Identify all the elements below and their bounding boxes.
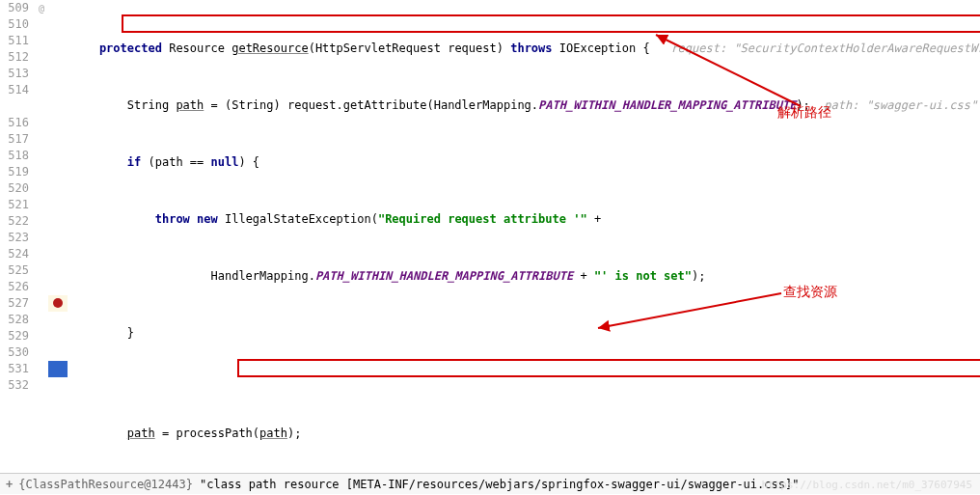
breakpoint-cell[interactable] [48, 279, 68, 295]
deco-cell [35, 49, 48, 66]
line-number: 520 [0, 180, 29, 197]
line-number: 526 [0, 279, 29, 295]
breakpoint-cell[interactable] [48, 131, 68, 148]
eval-value: "class path resource [META-INF/resources… [200, 474, 799, 495]
deco-cell [35, 361, 48, 377]
deco-cell [35, 312, 48, 328]
code-line[interactable]: protected Resource getResource(HttpServl… [68, 41, 980, 57]
breakpoint-cell[interactable] [48, 213, 68, 230]
breakpoint-cell[interactable] [48, 197, 68, 213]
deco-cell [35, 131, 48, 148]
code-line[interactable]: if (path == null) { [68, 154, 980, 171]
breakpoint-cell[interactable] [48, 66, 68, 82]
line-number: 525 [0, 262, 29, 279]
code-line[interactable]: String path = (String) request.getAttrib… [68, 97, 980, 114]
deco-cell [35, 148, 48, 164]
deco-cell [35, 66, 48, 82]
code-line[interactable]: } [68, 325, 980, 342]
line-number: 528 [0, 312, 29, 328]
deco-cell [35, 213, 48, 230]
breakpoint-cell[interactable] [48, 49, 68, 66]
line-number: 513 [0, 66, 29, 82]
deco-cell [35, 295, 48, 312]
deco-cell [35, 262, 48, 279]
line-number [0, 98, 29, 115]
line-number: 519 [0, 164, 29, 180]
deco-column: @ [35, 0, 48, 473]
breakpoint-column[interactable] [48, 0, 68, 473]
breakpoint-cell[interactable] [48, 180, 68, 197]
breakpoint-cell[interactable] [48, 295, 68, 312]
breakpoint-cell[interactable] [48, 82, 68, 98]
line-number: 522 [0, 213, 29, 230]
line-number: 532 [0, 377, 29, 394]
deco-cell [35, 180, 48, 197]
breakpoint-cell[interactable] [48, 230, 68, 246]
line-number: 521 [0, 197, 29, 213]
breakpoint-cell[interactable] [48, 16, 68, 33]
line-number: 516 [0, 115, 29, 131]
deco-cell: @ [35, 0, 48, 16]
watermark: https://blog.csdn.net/m0_37607945 [761, 479, 972, 491]
breakpoint-cell[interactable] [48, 148, 68, 164]
line-number-gutter: 5095105115125135145165175185195205215225… [0, 0, 35, 473]
breakpoint-cell[interactable] [48, 344, 68, 361]
deco-cell [35, 16, 48, 33]
line-number: 527 [0, 295, 29, 312]
code-line[interactable]: HandlerMapping.PATH_WITHIN_HANDLER_MAPPI… [68, 268, 980, 285]
line-number: 524 [0, 246, 29, 262]
code-line[interactable]: path = processPath(path); [68, 426, 980, 442]
deco-cell [35, 82, 48, 98]
line-number: 523 [0, 230, 29, 246]
line-number: 518 [0, 148, 29, 164]
breakpoint-cell[interactable] [48, 115, 68, 131]
eval-object: {ClassPathResource@12443} [18, 474, 193, 495]
breakpoint-cell[interactable] [48, 98, 68, 115]
deco-cell [35, 246, 48, 262]
line-number: 517 [0, 131, 29, 148]
svg-line-1 [598, 293, 781, 328]
code-editor[interactable]: 5095105115125135145165175185195205215225… [0, 0, 980, 473]
breakpoint-cell[interactable] [48, 246, 68, 262]
breakpoint-cell[interactable] [48, 312, 68, 328]
highlight-box [122, 14, 980, 33]
line-number: 509 [0, 0, 29, 16]
deco-cell [35, 279, 48, 295]
annotation-find-resource: 查找资源 [783, 284, 837, 301]
deco-cell [35, 344, 48, 361]
deco-cell [35, 328, 48, 344]
deco-cell [35, 98, 48, 115]
breakpoint-icon[interactable] [53, 298, 63, 308]
code-line[interactable] [68, 369, 980, 385]
line-number: 514 [0, 82, 29, 98]
line-number: 511 [0, 33, 29, 49]
code-line[interactable]: throw new IllegalStateException("Require… [68, 211, 980, 228]
deco-cell [35, 230, 48, 246]
breakpoint-cell[interactable] [48, 164, 68, 180]
code-area[interactable]: protected Resource getResource(HttpServl… [68, 0, 980, 473]
line-number: 529 [0, 328, 29, 344]
breakpoint-cell[interactable] [48, 262, 68, 279]
breakpoint-cell[interactable] [48, 33, 68, 49]
plus-icon[interactable]: + [6, 474, 13, 495]
deco-cell [35, 33, 48, 49]
breakpoint-cell[interactable] [48, 0, 68, 16]
breakpoint-cell[interactable] [48, 328, 68, 344]
line-number: 510 [0, 16, 29, 33]
deco-cell [35, 377, 48, 394]
line-number: 512 [0, 49, 29, 66]
deco-cell [35, 197, 48, 213]
deco-cell [35, 115, 48, 131]
line-number: 531 [0, 361, 29, 377]
breakpoint-cell[interactable] [48, 377, 68, 394]
deco-cell [35, 164, 48, 180]
breakpoint-cell[interactable] [48, 361, 68, 377]
line-number: 530 [0, 344, 29, 361]
